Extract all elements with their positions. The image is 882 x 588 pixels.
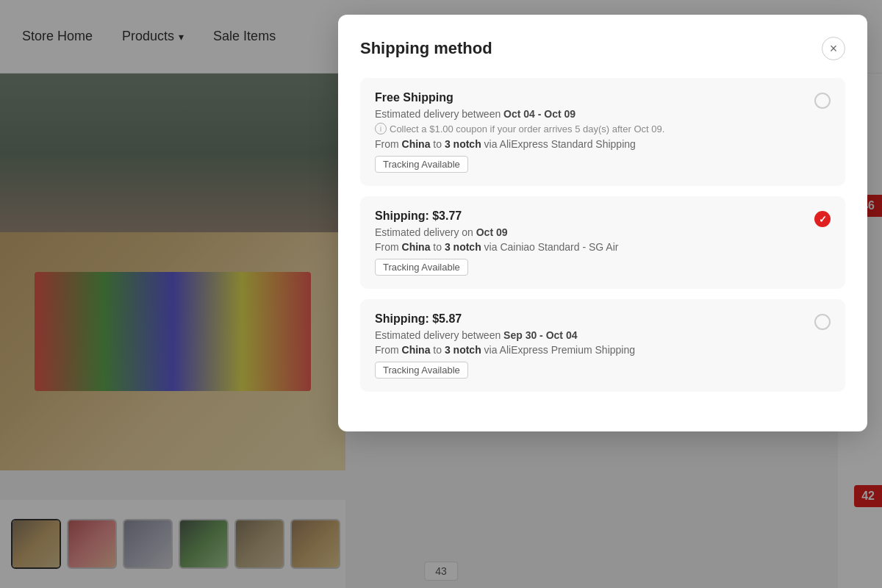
shipping-option-standard[interactable]: Shipping: $3.77 Estimated delivery on Oc… xyxy=(360,196,845,289)
shipping-content-standard: Shipping: $3.77 Estimated delivery on Oc… xyxy=(375,209,803,276)
tracking-badge-premium: Tracking Available xyxy=(375,362,468,379)
delivery-dates-free: Oct 04 - Oct 09 xyxy=(503,108,576,120)
modal-header: Shipping method × xyxy=(360,37,845,60)
shipping-name-standard: Shipping: $3.77 xyxy=(375,209,803,223)
shipping-option-premium[interactable]: Shipping: $5.87 Estimated delivery betwe… xyxy=(360,299,845,392)
radio-premium[interactable] xyxy=(814,314,831,330)
shipping-name-free: Free Shipping xyxy=(375,91,803,104)
shipping-name-premium: Shipping: $5.87 xyxy=(375,312,803,326)
info-icon: i xyxy=(375,123,387,135)
tracking-badge-standard: Tracking Available xyxy=(375,259,468,276)
shipping-from-premium: From China to 3 notch via AliExpress Pre… xyxy=(375,344,803,356)
tracking-badge-free: Tracking Available xyxy=(375,156,468,173)
shipping-option-free[interactable]: Free Shipping Estimated delivery between… xyxy=(360,78,845,186)
close-icon: × xyxy=(830,41,838,57)
shipping-coupon-free: i Collect a $1.00 coupon if your order a… xyxy=(375,123,803,135)
radio-standard[interactable]: ✓ xyxy=(814,211,831,227)
modal-title: Shipping method xyxy=(360,39,492,58)
shipping-content-free: Free Shipping Estimated delivery between… xyxy=(375,91,803,173)
shipping-from-standard: From China to 3 notch via Cainiao Standa… xyxy=(375,241,803,253)
shipping-delivery-standard: Estimated delivery on Oct 09 xyxy=(375,226,803,238)
shipping-delivery-free: Estimated delivery between Oct 04 - Oct … xyxy=(375,108,803,120)
shipping-modal: Shipping method × Free Shipping Estimate… xyxy=(338,15,867,431)
shipping-content-premium: Shipping: $5.87 Estimated delivery betwe… xyxy=(375,312,803,379)
shipping-delivery-premium: Estimated delivery between Sep 30 - Oct … xyxy=(375,329,803,341)
shipping-from-free: From China to 3 notch via AliExpress Sta… xyxy=(375,138,803,150)
radio-free[interactable] xyxy=(814,93,831,109)
check-icon: ✓ xyxy=(819,214,827,225)
delivery-dates-premium: Sep 30 - Oct 04 xyxy=(503,329,577,341)
close-button[interactable]: × xyxy=(822,37,845,60)
delivery-dates-standard: Oct 09 xyxy=(476,226,508,238)
